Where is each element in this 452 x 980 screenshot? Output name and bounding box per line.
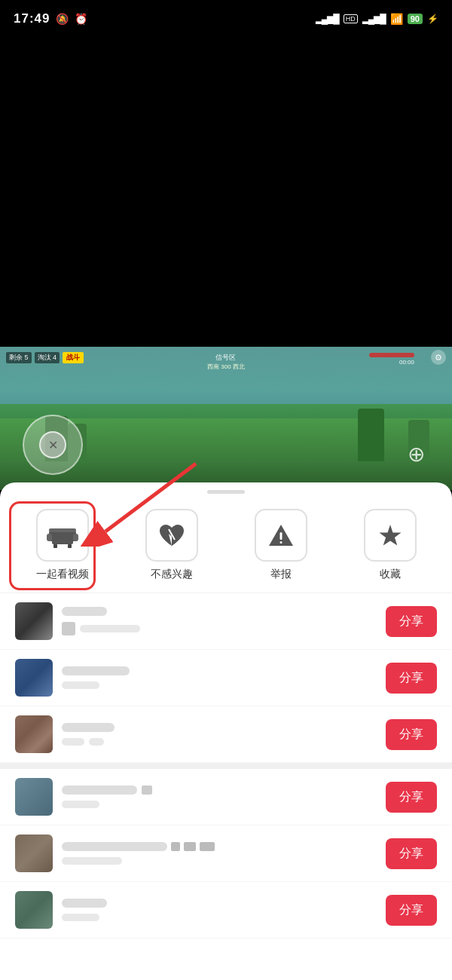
action-favorite[interactable]: 收藏	[360, 509, 420, 581]
friend-name	[62, 666, 130, 675]
share-button[interactable]: 分享	[386, 663, 437, 694]
friend-name	[62, 786, 137, 795]
health-label: 00:00	[399, 359, 414, 366]
avatar	[15, 602, 53, 640]
friend-info	[62, 723, 377, 746]
friend-name	[62, 899, 107, 908]
svg-rect-5	[52, 538, 73, 544]
signal2-icon: ▂▄▆█	[362, 14, 386, 24]
star-icon	[375, 522, 405, 549]
action-row: 一起看视频 不感兴趣 举报	[0, 494, 452, 593]
svg-rect-6	[53, 544, 57, 548]
friend-status2	[89, 738, 104, 746]
action-watch-together[interactable]: 一起看视频	[32, 509, 93, 581]
friend-row[interactable]: 分享	[0, 650, 452, 706]
friend-row[interactable]: 分享	[0, 825, 452, 882]
watch-together-icon-wrap	[36, 509, 89, 562]
status-left: 17:49 🔕 ⏰	[14, 11, 87, 26]
joystick: ✕	[23, 415, 83, 475]
share-button[interactable]: 分享	[386, 838, 437, 869]
svg-rect-4	[73, 534, 78, 541]
friend-name-row	[62, 842, 377, 851]
friend-status	[62, 857, 122, 865]
alarm-icon: ⏰	[75, 13, 87, 25]
svg-rect-10	[279, 532, 282, 540]
friend-status	[62, 801, 99, 808]
game-screenshot: 剩余 5 淘汰 4 战斗 信号区 西南 300 西北 ⚙ ✕ ⊕ 00:	[0, 347, 452, 490]
warning-icon	[266, 522, 296, 549]
friend-avatar-small	[62, 622, 75, 635]
avatar	[15, 659, 53, 697]
charging-icon: ⚡	[427, 14, 438, 24]
game-ui-overlay: 剩余 5 淘汰 4 战斗 信号区 西南 300 西北 ⚙ ✕ ⊕ 00:	[0, 347, 452, 490]
avatar	[15, 891, 53, 929]
game-left-info: 剩余 5 淘汰 4 战斗	[6, 352, 84, 363]
avatar	[15, 835, 53, 872]
svg-rect-8	[49, 528, 76, 532]
bottom-sheet: 一起看视频 不感兴趣 举报	[0, 482, 452, 980]
battery-icon: 90	[408, 14, 423, 24]
broken-heart-icon	[157, 522, 187, 549]
friend-list: 分享 分享 分享	[0, 593, 452, 939]
hd-badge: HD	[344, 14, 358, 23]
friend-row[interactable]: 分享	[0, 769, 452, 825]
avatar	[15, 715, 53, 753]
crosshair: ⊕	[402, 440, 429, 467]
remaining-badge: 剩余 5	[6, 352, 32, 363]
share-button[interactable]: 分享	[386, 895, 437, 926]
watch-together-label: 一起看视频	[36, 568, 89, 581]
svg-rect-7	[68, 544, 72, 548]
battle-badge: 战斗	[63, 352, 84, 363]
avatar	[15, 778, 53, 816]
wifi-icon: 📶	[390, 13, 403, 25]
friend-row[interactable]: 分享	[0, 882, 452, 939]
friend-info	[62, 666, 377, 689]
wave-badge: 淘汰 4	[35, 352, 60, 363]
signal-icon: ▂▄▆█	[316, 14, 339, 24]
game-settings-icon: ⚙	[431, 350, 446, 365]
notification-icon: 🔕	[56, 13, 69, 25]
share-button[interactable]: 分享	[386, 606, 437, 637]
friend-info	[62, 842, 377, 865]
report-icon-wrap	[255, 509, 307, 562]
friend-info	[62, 607, 377, 635]
favorite-icon-wrap	[364, 509, 417, 562]
not-interested-icon-wrap	[145, 509, 198, 562]
friend-badge	[142, 786, 152, 795]
share-button[interactable]: 分享	[386, 782, 437, 813]
couch-icon	[46, 522, 79, 549]
friend-name	[62, 842, 167, 851]
list-separator	[0, 763, 452, 769]
friend-status	[62, 914, 99, 921]
status-bar: 17:49 🔕 ⏰ ▂▄▆█ HD ▂▄▆█ 📶 90 ⚡	[0, 0, 452, 38]
svg-rect-11	[279, 541, 282, 544]
friend-name	[62, 607, 107, 616]
friend-status	[62, 681, 99, 689]
friend-name	[62, 723, 115, 732]
friend-status	[62, 738, 84, 746]
game-right-icons: ⚙	[431, 350, 446, 365]
game-center-info: 信号区 西南 300 西北	[207, 353, 245, 371]
joystick-inner: ✕	[39, 431, 66, 458]
report-label: 举报	[270, 568, 292, 581]
video-area: 剩余 5 淘汰 4 战斗 信号区 西南 300 西北 ⚙ ✕ ⊕ 00:	[0, 0, 452, 490]
friend-info	[62, 899, 377, 921]
clock-display: 17:49	[14, 11, 50, 26]
friend-info	[62, 786, 377, 808]
action-not-interested[interactable]: 不感兴趣	[142, 509, 202, 581]
share-button[interactable]: 分享	[386, 719, 437, 750]
friend-row[interactable]: 分享	[0, 706, 452, 763]
status-right: ▂▄▆█ HD ▂▄▆█ 📶 90 ⚡	[316, 13, 438, 25]
black-video-region	[0, 0, 452, 347]
not-interested-label: 不感兴趣	[151, 568, 193, 581]
friend-row[interactable]: 分享	[0, 593, 452, 650]
action-report[interactable]: 举报	[251, 509, 311, 581]
game-top-bar: 剩余 5 淘汰 4 战斗 信号区 西南 300 西北 ⚙	[0, 350, 452, 365]
health-bar	[369, 353, 414, 357]
friend-status	[80, 625, 140, 632]
svg-rect-3	[47, 534, 52, 541]
favorite-label: 收藏	[380, 568, 401, 581]
